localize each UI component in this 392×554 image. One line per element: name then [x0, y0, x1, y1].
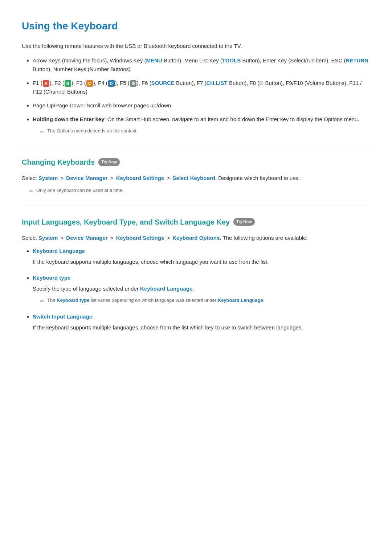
nav-system: System [38, 175, 58, 181]
changing-keyboards-title: Changing Keyboards Try Now [22, 156, 370, 168]
chlist-highlight: CH.LIST [206, 80, 227, 86]
kblang-inline: Keyboard Language [218, 297, 263, 303]
kbtype-inline: Keyboard type [57, 297, 89, 303]
menu-highlight: MENU [146, 57, 162, 63]
nav-keyboard-options: Keyboard Options [172, 235, 220, 241]
nav-device-manager: Device Manager [66, 175, 107, 181]
page-title: Using the Keyboard [22, 18, 370, 34]
pencil-icon: ✏ [29, 187, 33, 195]
changing-keyboards-nav: Select System > Device Manager > Keyboar… [22, 174, 370, 182]
input-languages-title: Input Languages, Keyboard Type, and Swit… [22, 216, 370, 228]
tools-highlight: TOOLS [222, 57, 241, 63]
section-title-text: Input Languages, Keyboard Type, and Swit… [22, 216, 230, 228]
key-d-badge: D [108, 80, 115, 87]
pencil-icon: ✏ [40, 128, 44, 136]
switch-input-desc: If the keyboard supports multiple langua… [33, 323, 370, 332]
note-text: The Options menu depends on the context. [47, 127, 138, 135]
keyboard-language-link: Keyboard Language [140, 286, 192, 292]
try-now-badge-2[interactable]: Try Now [233, 218, 255, 226]
list-item: F1 (A), F2 (B), F3 (C), F4 (D), F5 (⚙), … [33, 79, 370, 96]
switch-input-title: Switch Input Language [33, 312, 370, 321]
check-icon: ☑ [259, 81, 264, 86]
changing-keyboards-section: Changing Keyboards Try Now Select System… [22, 156, 370, 195]
nav-arrow: > [110, 175, 114, 181]
keyboard-options-list: Keyboard Language If the keyboard suppor… [22, 247, 370, 332]
nav-arrow: > [60, 175, 64, 181]
list-item: Arrow Keys (moving the focus), Windows K… [33, 56, 370, 74]
note-text: The Keyboard type list varies depending … [47, 297, 264, 304]
keyboard-language-title: Keyboard Language [33, 247, 370, 255]
keyboard-type-desc: Specify the type of language selected un… [33, 284, 370, 293]
list-item: Switch Input Language If the keyboard su… [33, 312, 370, 332]
keyboard-language-desc: If the keyboard supports multiple langua… [33, 258, 370, 266]
intro-paragraph: Use the following remote features with t… [22, 42, 370, 50]
input-languages-nav: Select System > Device Manager > Keyboar… [22, 234, 370, 242]
nav-system-2: System [38, 235, 58, 241]
keyboard-type-title: Keyboard type [33, 274, 370, 282]
note-text: Only one keyboard can be used at a time. [36, 187, 124, 194]
pencil-icon: ✏ [40, 297, 44, 305]
list-item: Holding down the Enter key: On the Smart… [33, 115, 370, 136]
key-b-badge: B [65, 80, 71, 87]
main-bullet-list: Arrow Keys (moving the focus), Windows K… [22, 56, 370, 136]
section-divider [22, 146, 370, 146]
nav-select-keyboard: Select Keyboard [172, 175, 215, 181]
input-languages-section: Input Languages, Keyboard Type, and Swit… [22, 216, 370, 332]
list-item: Keyboard Language If the keyboard suppor… [33, 247, 370, 266]
key-e-badge: ⚙ [130, 80, 136, 87]
key-a-badge: A [43, 80, 49, 87]
keyboard-type-note: ✏ The Keyboard type list varies dependin… [40, 297, 370, 305]
bold-enter-key: Holding down the Enter key [33, 116, 105, 122]
section-divider [22, 206, 370, 206]
one-keyboard-note: ✏ Only one keyboard can be used at a tim… [29, 187, 370, 195]
key-c-badge: C [86, 80, 93, 87]
section-title-text: Changing Keyboards [22, 156, 95, 168]
nav-keyboard-settings: Keyboard Settings [116, 175, 164, 181]
source-highlight: SOURCE [151, 80, 175, 86]
nav-arrow: > [167, 235, 170, 241]
try-now-badge[interactable]: Try Now [98, 158, 120, 166]
nav-device-manager-2: Device Manager [66, 235, 107, 241]
options-menu-note: ✏ The Options menu depends on the contex… [40, 127, 370, 136]
return-highlight: RETURN [346, 57, 369, 63]
list-item: Keyboard type Specify the type of langua… [33, 274, 370, 305]
nav-arrow: > [60, 235, 64, 241]
nav-arrow: > [110, 235, 114, 241]
nav-keyboard-settings-2: Keyboard Settings [116, 235, 164, 241]
list-item: Page Up/Page Down: Scroll web browser pa… [33, 101, 370, 110]
nav-arrow: > [167, 175, 170, 181]
